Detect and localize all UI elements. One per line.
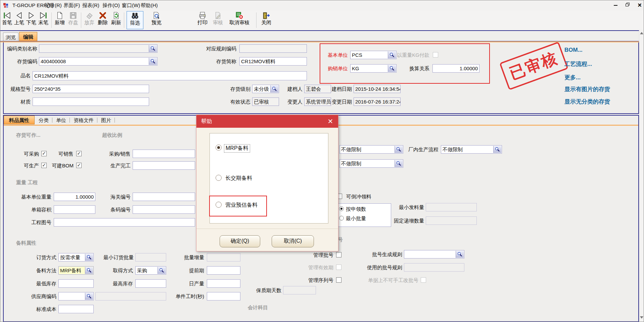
first-record-button[interactable]: 首笔 [1,11,13,29]
menu-interface[interactable]: 界面(F) [62,0,81,10]
menu-window[interactable]: 窗口(W) [121,0,141,10]
option-long-lead-radio[interactable] [216,175,222,181]
coding-category-field[interactable] [39,44,157,53]
menu-help[interactable]: 帮助(H) [139,0,159,10]
order-mode-field[interactable]: 按需求量 [58,253,94,261]
last-record-button[interactable]: 末笔 [37,11,49,29]
link-bom[interactable]: BOM... [564,47,583,53]
item-level-field[interactable]: 未分级 [252,85,279,93]
next-record-button[interactable]: 下笔 [25,11,37,29]
prep-method-field[interactable]: MRP备料 [58,266,94,275]
producible-checkbox[interactable]: ✓ [41,163,47,168]
bom-able-checkbox[interactable]: ✓ [76,163,82,168]
prev-record-button[interactable]: 上笔 [13,11,25,29]
spec-field[interactable]: 250*240*35 [33,85,149,93]
tab-item-attributes[interactable]: 料品属性 [4,116,35,124]
lookup-button[interactable] [85,267,93,274]
tab-qualification-files[interactable]: 资格文件 [71,116,96,125]
factory-flow-field[interactable]: 不做限制 [441,145,502,154]
max-stock-field[interactable] [135,279,166,288]
lookup-button[interactable] [395,160,403,167]
new-button[interactable]: 新增 [53,11,66,29]
minimize-button[interactable] [611,2,619,8]
link-show-with-image[interactable]: 显示有图片的存货 [564,85,610,93]
item-abbr-field[interactable]: CR12MOV精料 [239,57,307,66]
conversion-field[interactable]: 1.00000 [432,64,479,73]
delete-button[interactable]: 删除 [96,11,109,29]
min-batch-radio[interactable] [339,216,344,220]
by-request-radio[interactable] [339,206,344,211]
manage-serial-checkbox[interactable] [336,277,341,283]
magnifier-icon [159,268,164,273]
lookup-button[interactable] [149,58,157,65]
lookup-button[interactable] [270,85,278,92]
trade-unit-field[interactable]: KG [350,64,397,73]
option-mrp-label[interactable]: MRP备料 [224,144,250,153]
ok-button[interactable]: 确定(Q) [220,235,260,247]
limit-field-1[interactable]: 不做限制 [339,145,403,154]
magnifier-icon [457,252,462,257]
base-weight-field[interactable]: 1.00000 [54,193,95,201]
cancel-button[interactable]: 取消(C) [272,235,314,247]
buyable-checkbox[interactable]: ✓ [41,151,47,156]
tab-image[interactable]: 图片 [98,116,114,125]
lookup-button[interactable] [395,146,403,153]
lead-time-field[interactable] [207,266,240,275]
item-code-field[interactable]: 400400008 [39,57,157,66]
daily-output-field[interactable] [207,279,240,288]
lookup-button[interactable] [493,146,501,153]
coding-category-label: 编码类别名称 [5,44,37,53]
menu-record[interactable]: 记录(R) [43,0,63,10]
limit-field-2[interactable]: 不做限制 [339,159,403,168]
vertical-scrollbar[interactable] [639,31,644,322]
purchase-sale-field[interactable] [133,150,195,158]
dialog-close-button[interactable]: ✕ [326,117,335,126]
menu-operate[interactable]: 操作(O) [101,0,121,10]
lookup-button[interactable] [85,254,93,261]
lookup-button[interactable] [157,267,166,274]
filter-button[interactable]: 筛选 [127,11,143,29]
box-volume-field[interactable] [54,205,95,214]
tab-edit[interactable]: 编辑 [19,32,37,41]
lookup-button[interactable] [149,45,157,52]
preview-button[interactable]: 预览 [150,11,163,29]
barcode-field[interactable] [133,205,195,214]
min-stock-field[interactable] [58,279,94,288]
link-more[interactable]: 更多... [564,74,581,81]
option-mrp-radio[interactable] [216,145,222,151]
tab-browse[interactable]: 浏览 [3,33,18,41]
acquire-mode-field[interactable]: 采购 [135,266,166,275]
drawing-no-field[interactable] [54,218,195,227]
material-field[interactable] [33,97,149,106]
manage-batch-checkbox[interactable] [336,252,341,257]
refresh-button[interactable]: 刷新 [110,11,123,29]
cancel-audit-button[interactable]: 取消审核 [226,11,253,29]
sellable-checkbox[interactable]: ✓ [76,151,82,156]
batch-rule-field[interactable] [404,250,464,258]
scroll-down-button[interactable] [640,316,644,320]
close-form-button[interactable]: 关闭 [260,11,273,29]
supplier-code-field[interactable] [58,292,94,300]
unit-time-field[interactable] [207,292,240,300]
option-long-lead-label[interactable]: 长交期备料 [225,175,252,182]
print-button[interactable]: 打印 [195,11,210,29]
item-name-field[interactable]: CR12MOV精料 [33,71,307,80]
option-forecast-label[interactable]: 营业预估备料 [225,202,258,209]
lookup-button[interactable] [85,293,93,300]
production-done-field[interactable] [133,161,195,170]
menu-report[interactable]: 报表(R) [81,0,101,10]
close-window-button[interactable]: × [636,2,644,8]
std-cost-field[interactable] [58,305,94,313]
lookup-button[interactable] [456,251,464,258]
link-process-flow[interactable]: 工艺流程... [564,60,592,68]
tab-classification[interactable]: 分类 [36,116,51,125]
customs-code-field[interactable] [133,193,195,201]
link-show-unclassified[interactable]: 显示无分类的存货 [564,98,610,106]
acquire-mode-label: 取得方式 [109,266,133,275]
option-forecast-radio[interactable] [216,202,222,208]
audit-button: 审核 [211,11,225,29]
tab-unit[interactable]: 单位 [53,116,69,125]
restore-button[interactable] [624,2,632,8]
lookup-button[interactable] [388,65,396,72]
scroll-up-button[interactable] [640,32,644,36]
